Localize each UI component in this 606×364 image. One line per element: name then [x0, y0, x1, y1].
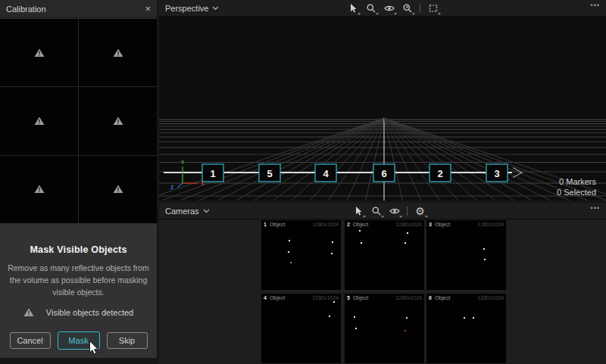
axis-z-label: Z	[170, 185, 174, 190]
camera-resolution: 1280x1024	[312, 222, 339, 227]
more-options-icon[interactable]: •••	[591, 204, 600, 212]
settings-icon[interactable]: ⚙	[414, 206, 426, 217]
skip-button[interactable]: Skip	[107, 332, 148, 349]
axis-y-label: Y	[181, 160, 185, 165]
warning-triangle-icon	[34, 185, 45, 194]
more-options-icon[interactable]: •••	[591, 2, 600, 9]
camera-tile-header: 2Object1280x1024	[345, 220, 424, 229]
warning-triangle-icon	[113, 117, 123, 126]
camera-resolution: 1280x1024	[477, 222, 504, 227]
visibility-icon[interactable]	[383, 3, 395, 14]
camera-tile-5[interactable]: 5Object1280x1024	[345, 294, 424, 363]
calibration-buttons: Cancel Mask Skip	[0, 331, 157, 350]
reflective-marker-dot	[354, 316, 355, 318]
cameras-title: Cameras	[165, 207, 199, 216]
camera-mode-label: Object	[435, 295, 450, 300]
svg-text:3: 3	[494, 168, 499, 179]
reflective-marker-dot	[483, 248, 485, 250]
marker-6[interactable]: 6	[373, 164, 395, 182]
camera-tile-header: 4Object1280x1024	[261, 294, 341, 302]
camera-tile-4[interactable]: 4Object1280x1024	[261, 294, 341, 363]
camera-tile-1[interactable]: 1Object1280x1024	[261, 220, 341, 290]
chevron-down-icon	[203, 209, 210, 213]
reflective-marker-dot	[333, 301, 335, 303]
warning-triangle-icon	[113, 185, 123, 194]
reflective-marker-dot	[473, 317, 474, 319]
camera-preview-cell-4[interactable]	[79, 87, 157, 154]
zoom-icon[interactable]	[365, 3, 376, 14]
camera-preview-cell-5[interactable]	[0, 156, 78, 223]
marker-4[interactable]: 4	[315, 164, 336, 182]
camera-preview-cell-6[interactable]	[79, 156, 157, 223]
close-icon[interactable]: ×	[145, 4, 151, 14]
mask-button[interactable]: Mask	[58, 331, 100, 350]
camera-tile-3[interactable]: 3Object1280x1024	[426, 220, 506, 290]
svg-text:4: 4	[323, 168, 329, 179]
reflective-marker-dot	[359, 230, 361, 232]
camera-mode-label: Object	[353, 222, 368, 227]
motive-app: Calibration × Mask Visible Objects Remov…	[0, 0, 606, 364]
toolbar-separator	[420, 4, 420, 13]
visible-objects-warning: Visible objects detected	[0, 308, 157, 317]
calibration-panel-header: Calibration ×	[0, 0, 157, 18]
reflective-marker-dot	[407, 232, 408, 234]
reflective-marker-dot	[405, 330, 406, 331]
camera-preview-cell-2[interactable]	[79, 19, 157, 86]
camera-resolution: 1280x1024	[395, 295, 422, 300]
camera-tile-6[interactable]: 6Object1280x1024	[426, 294, 506, 363]
reflective-marker-dot	[329, 316, 330, 317]
selected-count: 0 Selected	[557, 188, 596, 197]
select-icon[interactable]	[347, 3, 358, 14]
reflective-marker-dot	[464, 317, 465, 319]
warning-triangle-icon	[23, 308, 34, 317]
marker-5[interactable]: 5	[259, 164, 280, 182]
camera-mode-label: Object	[270, 295, 285, 300]
camera-number: 2	[347, 222, 350, 227]
svg-text:5: 5	[267, 168, 272, 179]
calibration-title: Calibration	[6, 5, 46, 14]
marker-1[interactable]: 1	[202, 164, 223, 182]
warning-triangle-icon	[34, 117, 45, 126]
reflective-marker-dot	[406, 317, 408, 319]
perspective-view-selector[interactable]: Perspective	[159, 4, 219, 13]
reflective-marker-dot	[290, 262, 292, 263]
marker-2[interactable]: 2	[430, 164, 451, 182]
camera-mode-label: Object	[270, 222, 285, 227]
perspective-viewport[interactable]: 154623 Y X Z 0 Markers 0 Selected	[159, 17, 606, 201]
warning-triangle-icon	[113, 48, 123, 58]
camera-resolution: 1280x1024	[395, 222, 422, 227]
cancel-button[interactable]: Cancel	[10, 332, 51, 349]
reflective-marker-dot	[361, 242, 362, 244]
visibility-icon[interactable]	[389, 206, 400, 217]
cameras-grid[interactable]: 1Object1280x10242Object1280x10243Object1…	[159, 219, 606, 364]
camera-number: 4	[264, 295, 267, 300]
perspective-toolbar	[347, 0, 439, 17]
warning-text: Visible objects detected	[46, 308, 133, 317]
camera-resolution: 1280x1024	[312, 295, 339, 300]
camera-tile-header: 6Object1280x1024	[426, 294, 506, 302]
svg-text:6: 6	[381, 168, 386, 179]
ground-grid	[159, 118, 606, 201]
warning-triangle-icon	[34, 48, 45, 58]
marker-3[interactable]: 3	[486, 164, 508, 182]
svg-text:1: 1	[210, 168, 215, 179]
select-icon[interactable]	[352, 206, 364, 217]
marquee-icon[interactable]	[427, 3, 439, 14]
camera-tile-2[interactable]: 2Object1280x1024	[345, 220, 424, 290]
zoom-fit-icon[interactable]	[401, 3, 413, 14]
camera-tile-header: 1Object1280x1024	[261, 220, 341, 229]
perspective-title: Perspective	[165, 4, 208, 13]
chevron-down-icon	[212, 6, 219, 11]
reflective-marker-dot	[355, 328, 357, 329]
camera-preview-cell-1[interactable]	[0, 19, 78, 86]
zoom-icon[interactable]	[370, 206, 382, 217]
camera-tile-header: 5Object1280x1024	[345, 294, 424, 302]
camera-resolution: 1280x1024	[477, 295, 504, 300]
camera-mode-label: Object	[353, 295, 368, 300]
camera-tile-header: 3Object1280x1024	[426, 220, 506, 229]
axis-x-label: X	[201, 181, 205, 186]
camera-preview-cell-3[interactable]	[0, 87, 78, 154]
reflective-marker-dot	[289, 240, 290, 241]
cameras-view-selector[interactable]: Cameras	[159, 207, 210, 216]
toolbar-separator	[407, 207, 408, 216]
